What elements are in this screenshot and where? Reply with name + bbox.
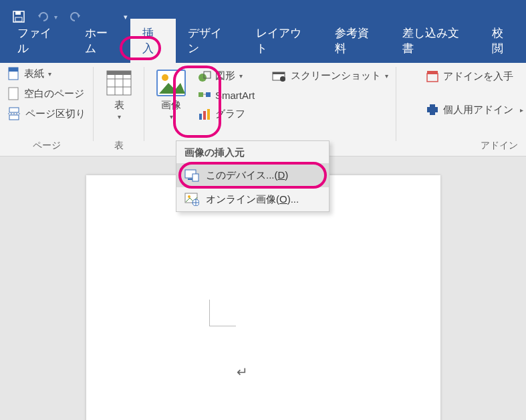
tab-file[interactable]: ファイル [5, 19, 73, 63]
shapes-icon [198, 70, 211, 82]
picture-insert-from-menu: 画像の挿入元 このデバイス...(D) オンライン画像(O)... [176, 140, 330, 212]
tab-references[interactable]: 参考資料 [323, 19, 390, 63]
chart-button[interactable]: グラフ [195, 106, 257, 122]
store-icon [426, 70, 439, 83]
svg-point-33 [188, 195, 190, 198]
group-addins: アドインを入手 個人用アドイン▸ アドイン [418, 63, 526, 156]
chart-icon [198, 108, 211, 120]
group-tables: 表 ▾ 表 [94, 63, 144, 156]
svg-rect-25 [273, 72, 285, 74]
svg-point-16 [162, 74, 168, 81]
online-image-icon [184, 193, 199, 206]
ribbon-tabs: ファイル ホーム 挿入 デザイン レイアウト 参考資料 差し込み文書 校閲 [0, 33, 526, 63]
device-icon [184, 169, 199, 182]
svg-rect-7 [9, 115, 19, 120]
shapes-button[interactable]: 図形▾ [195, 68, 257, 84]
smartart-label: SmartArt [215, 90, 255, 101]
page-break-icon [8, 107, 21, 120]
chevron-down-icon: ▾ [118, 113, 121, 120]
dropdown-header: 画像の挿入元 [176, 141, 329, 163]
svg-point-26 [280, 76, 285, 82]
cover-page-icon [8, 67, 20, 80]
tab-mailings[interactable]: 差し込み文書 [390, 19, 480, 63]
cover-page-label: 表紙 [24, 68, 44, 80]
group-addins-label: アドイン [481, 140, 526, 154]
tab-layout[interactable]: レイアウト [244, 19, 323, 63]
tab-insert[interactable]: 挿入 [130, 19, 176, 63]
tab-review[interactable]: 校閲 [480, 19, 526, 63]
chevron-down-icon: ▾ [170, 113, 173, 120]
blank-page-icon [8, 87, 20, 100]
addin-icon [426, 103, 439, 116]
picture-button[interactable]: 画像 ▾ [150, 66, 192, 120]
smartart-icon [198, 89, 211, 101]
cover-page-button[interactable]: 表紙▾ [5, 66, 54, 82]
svg-rect-20 [206, 92, 211, 97]
svg-rect-19 [199, 92, 203, 97]
svg-point-17 [199, 74, 207, 82]
insert-from-device-item[interactable]: このデバイス...(D) [176, 163, 329, 187]
svg-rect-1 [15, 11, 21, 15]
svg-rect-4 [9, 68, 18, 72]
get-addins-label: アドインを入手 [443, 70, 513, 83]
svg-rect-28 [427, 71, 438, 74]
group-pages: 表紙▾ 空白のページ ページ区切り ページ [0, 63, 94, 156]
smartart-button[interactable]: SmartArt [195, 88, 257, 102]
table-label: 表 [114, 99, 124, 112]
page-break-label: ページ区切り [25, 108, 86, 120]
insert-online-image-item[interactable]: オンライン画像(O)... [176, 187, 329, 211]
screenshot-icon [272, 70, 287, 82]
margin-corner-icon [209, 300, 236, 326]
svg-rect-5 [9, 88, 18, 100]
tab-design[interactable]: デザイン [176, 19, 243, 63]
table-icon [104, 68, 134, 98]
svg-rect-21 [199, 114, 202, 120]
svg-rect-22 [203, 111, 206, 120]
svg-rect-14 [107, 71, 131, 75]
device-item-label: このデバイス...(D) [206, 169, 288, 182]
screenshot-button[interactable]: スクリーンショット▾ [269, 68, 391, 84]
my-addins-label: 個人用アドイン [443, 104, 513, 116]
chart-label: グラフ [215, 108, 245, 120]
get-addins-button[interactable]: アドインを入手 [423, 68, 526, 84]
paragraph-mark-icon: ↵ [237, 364, 248, 380]
group-tables-label: 表 [114, 140, 124, 154]
svg-rect-27 [427, 74, 438, 82]
online-item-label: オンライン画像(O)... [206, 193, 299, 206]
svg-rect-23 [207, 109, 210, 120]
svg-rect-31 [192, 174, 199, 181]
table-button[interactable]: 表 ▾ [99, 66, 139, 120]
svg-rect-6 [9, 108, 19, 112]
blank-page-label: 空白のページ [24, 88, 84, 100]
group-pages-label: ページ [33, 140, 61, 154]
picture-label: 画像 [161, 99, 181, 112]
page-break-button[interactable]: ページ区切り [5, 106, 88, 122]
picture-icon [155, 68, 187, 98]
my-addins-button[interactable]: 個人用アドイン▸ [423, 102, 526, 118]
shapes-label: 図形 [215, 70, 235, 82]
blank-page-button[interactable]: 空白のページ [5, 86, 87, 102]
tab-home[interactable]: ホーム [73, 19, 130, 63]
screenshot-label: スクリーンショット [291, 70, 381, 82]
